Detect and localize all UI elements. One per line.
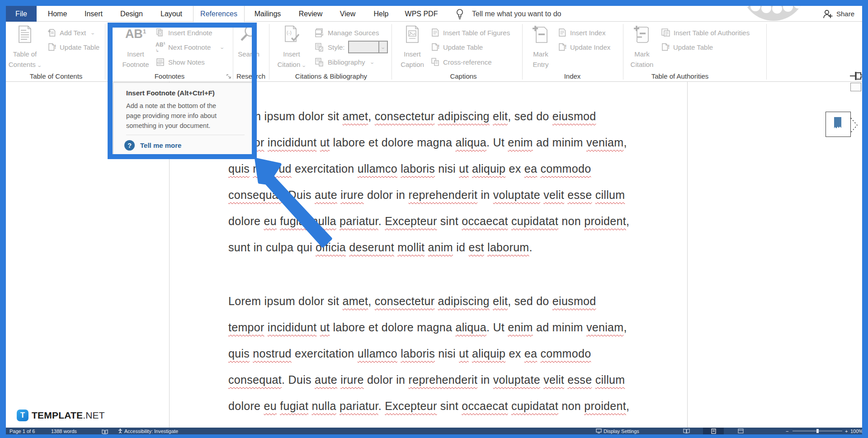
update-index-button[interactable]: ! Update Index [558,42,610,52]
authorities-update-table-button[interactable]: ! Update Table [661,42,713,52]
read-mode-button[interactable] [676,428,697,434]
mark-citation-label-line1: Mark [634,50,649,58]
misspelled-word: aute [315,188,337,201]
footnotes-highlight-rectangle [108,23,257,159]
document-line: tempor incididunt ut labore et dolore ma… [228,129,644,155]
misspelled-word: ut [459,347,468,360]
zoom-in-button[interactable]: + [845,428,848,434]
pin-ribbon-icon[interactable] [850,71,862,80]
update-table-icon: ! [47,42,57,52]
word: , [368,295,375,307]
word [434,110,438,122]
status-word-count[interactable]: 1388 words [51,428,77,434]
tab-layout[interactable]: Layout [154,6,189,22]
insert-citation-button[interactable]: (-) Insert Citation⌄ [271,24,312,71]
cross-reference-button[interactable]: Cross-reference [431,57,492,67]
mark-citation-button[interactable]: Mark Citation [622,24,662,70]
style-label: Style: [328,43,345,51]
insert-table-of-figures-button[interactable]: Insert Table of Figures [431,28,510,38]
chevron-down-icon: ⌄ [37,60,42,71]
display-settings[interactable]: Display Settings [596,428,639,434]
word: sunt in culpa qui [228,241,316,254]
insert-index-button[interactable]: Insert Index [558,28,605,38]
share-person-icon [822,9,833,19]
share-button[interactable]: Share [822,6,854,22]
tab-file[interactable]: File [6,6,37,22]
update-table-button[interactable]: ! Update Table [47,42,99,52]
tab-home[interactable]: Home [42,6,74,22]
manage-sources-button[interactable]: Manage Sources [315,28,379,38]
tab-wps-pdf[interactable]: WPS PDF [399,6,444,22]
lightbulb-icon [455,8,464,20]
misspelled-word: fugiat [280,400,308,412]
tab-review[interactable]: Review [292,6,329,22]
misspelled-word: Excepteur [385,215,437,227]
misspelled-word: cupidatat [511,400,558,412]
document-line: sunt in culpa qui officia deserunt molli… [228,234,644,260]
add-text-button[interactable]: Add Text ⌄ [47,28,95,38]
tell-me-box[interactable]: Tell me what you want to do [455,6,561,22]
misspelled-word: voluptate [493,373,540,386]
misspelled-word: incididunt [268,321,317,334]
captions-update-table-label: Update Table [443,43,483,51]
word: ex [505,347,524,360]
mark-entry-label-line1: Mark [533,50,548,58]
tab-mailings[interactable]: Mailings [248,6,288,22]
insert-table-of-authorities-button[interactable]: Insert Table of Authorities [661,28,750,38]
misspelled-word: enim [508,321,533,334]
insert-caption-button[interactable]: Insert Caption [392,24,433,70]
document-line: dolore eu fugiat nulla pariatur. Excepte… [228,208,644,234]
word: exercitation [292,162,358,175]
callout-pointer [851,117,859,134]
tab-insert[interactable]: Insert [78,6,109,22]
word: . Duis [282,373,315,386]
misspelled-word: ut [320,136,330,149]
document-paragraph: Lorem ipsum dolor sit amet, consectetur … [228,103,644,260]
status-page-number[interactable]: Page 1 of 6 [9,428,35,434]
misspelled-word: anim [428,241,453,254]
word: non [558,215,584,227]
zoom-level[interactable]: 100% [850,428,862,434]
frame-border-bottom [0,434,868,438]
style-row: Style: ⌄ [315,42,388,52]
zoom-slider-thumb[interactable] [816,429,819,433]
bibliography-button[interactable]: Bibliography ⌄ [315,57,374,67]
misspelled-word: laborum [487,241,529,254]
status-accessibility[interactable]: Accessibility: Investigate [118,428,178,434]
misspelled-word: ea [524,347,537,360]
misspelled-word: cupidatat [511,215,558,227]
scrollbar-up-button[interactable] [850,83,861,91]
zoom-out-button[interactable]: − [786,428,788,434]
style-combobox[interactable]: ⌄ [348,41,388,53]
word: dolor in [364,188,409,201]
misspelled-word: veniam [586,321,623,334]
misspelled-word: enim [508,136,533,149]
word: ad minim [533,136,586,149]
style-combobox-arrow[interactable]: ⌄ [378,42,387,52]
print-layout-button[interactable] [703,428,724,434]
tab-help[interactable]: Help [368,6,395,22]
captions-update-table-button[interactable]: ! Update Table [431,42,483,52]
group-separator [269,24,269,80]
word [592,373,595,386]
misspelled-word: aliqua [455,136,486,149]
tab-references[interactable]: References [193,6,245,22]
web-layout-button[interactable] [730,428,751,434]
misspelled-word: esse [567,373,592,386]
misspelled-word: irure [340,373,364,386]
word: nisi [435,347,459,360]
chevron-down-icon: ⌄ [369,60,375,65]
misspelled-word: consectetur [375,110,435,122]
proofing-icon[interactable] [102,429,108,434]
insert-index-icon [558,28,567,37]
misspelled-word: nostrud [253,347,292,360]
misspelled-word: consequat [228,373,282,386]
table-of-contents-button[interactable]: Table of Contents⌄ [6,24,45,71]
accessibility-icon [118,429,123,433]
tab-design[interactable]: Design [114,6,149,22]
document-line: consequat. Duis aute irure dolor in repr… [228,182,644,208]
word: ex [505,162,524,175]
mark-entry-button[interactable]: Mark Entry [520,24,561,70]
misspelled-word: tempor [228,321,264,334]
tab-view[interactable]: View [334,6,362,22]
